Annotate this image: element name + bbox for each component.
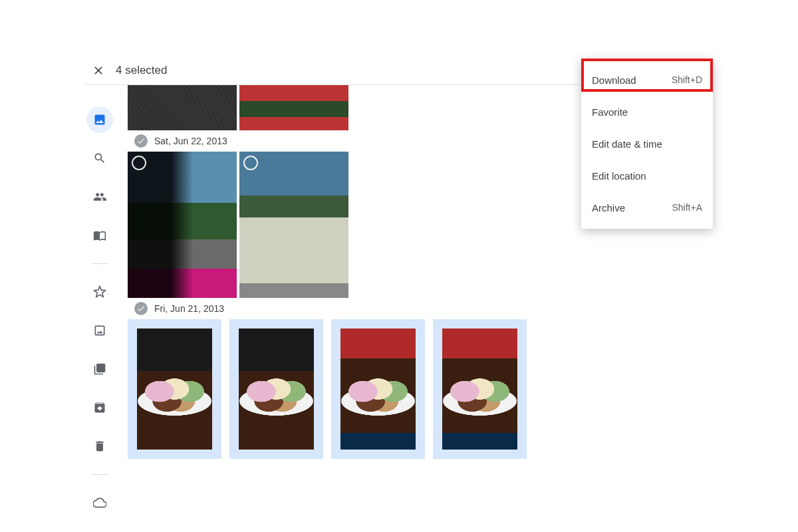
check-icon	[136, 304, 146, 313]
photo-thumbnail[interactable]	[239, 152, 348, 298]
menu-item-download[interactable]: Download Shift+D	[581, 64, 713, 96]
date-select-toggle[interactable]	[134, 302, 148, 315]
photo-thumbnail-selected[interactable]	[331, 319, 425, 459]
date-header: Fri, Jun 21, 2013	[154, 303, 224, 314]
menu-item-label: Edit location	[592, 170, 646, 182]
sidebar-item-photos[interactable]	[86, 106, 113, 133]
close-icon	[92, 64, 105, 77]
sidebar-item-search[interactable]	[86, 145, 113, 172]
photo-thumbnail-selected[interactable]	[128, 319, 221, 459]
menu-item-edit-location[interactable]: Edit location	[581, 160, 713, 192]
overflow-menu: Download Shift+D Favorite Edit date & ti…	[581, 59, 713, 229]
photo-select-toggle[interactable]	[132, 156, 146, 170]
photo-thumbnail[interactable]	[239, 85, 348, 130]
menu-item-shortcut: Shift+D	[672, 74, 702, 85]
sidebar-item-favorites[interactable]	[86, 279, 113, 305]
sidebar-item-memories[interactable]	[86, 222, 113, 249]
photo-select-toggle[interactable]	[243, 156, 258, 170]
date-select-toggle[interactable]	[134, 134, 148, 148]
book-icon	[93, 229, 106, 242]
sidebar-item-archive[interactable]	[86, 394, 113, 421]
search-icon	[93, 152, 106, 165]
date-header: Sat, Jun 22, 2013	[154, 136, 227, 146]
utilities-icon	[93, 362, 106, 376]
menu-item-label: Favorite	[592, 106, 628, 118]
sidebar-item-trash[interactable]	[86, 433, 113, 460]
sidebar-item-albums[interactable]	[86, 317, 113, 344]
menu-item-shortcut: Shift+A	[672, 202, 702, 213]
sidebar-divider	[92, 474, 108, 475]
check-icon	[136, 136, 146, 146]
photos-icon	[93, 113, 106, 126]
cloud-icon	[93, 496, 106, 509]
album-icon	[93, 324, 106, 337]
menu-item-label: Archive	[592, 202, 625, 213]
star-icon	[93, 285, 106, 299]
sidebar-item-storage[interactable]	[86, 489, 113, 516]
nav-sidebar	[85, 106, 114, 516]
photo-thumbnail-selected[interactable]	[433, 319, 527, 459]
menu-item-archive[interactable]: Archive Shift+A	[581, 192, 713, 223]
menu-item-label: Download	[592, 74, 636, 86]
archive-icon	[93, 401, 106, 414]
trash-icon	[93, 440, 106, 453]
sidebar-item-sharing[interactable]	[86, 184, 113, 210]
selection-count: 4 selected	[116, 64, 168, 77]
close-selection-button[interactable]	[85, 57, 112, 84]
menu-item-edit-date[interactable]: Edit date & time	[581, 128, 713, 160]
menu-item-label: Edit date & time	[592, 138, 662, 150]
photo-thumbnail[interactable]	[128, 85, 237, 130]
menu-item-favorite[interactable]: Favorite	[581, 96, 713, 128]
photo-thumbnail[interactable]	[128, 152, 237, 298]
sidebar-item-utilities[interactable]	[86, 356, 113, 382]
sidebar-divider	[92, 263, 108, 264]
photo-thumbnail-selected[interactable]	[229, 319, 323, 459]
people-icon	[93, 190, 106, 203]
